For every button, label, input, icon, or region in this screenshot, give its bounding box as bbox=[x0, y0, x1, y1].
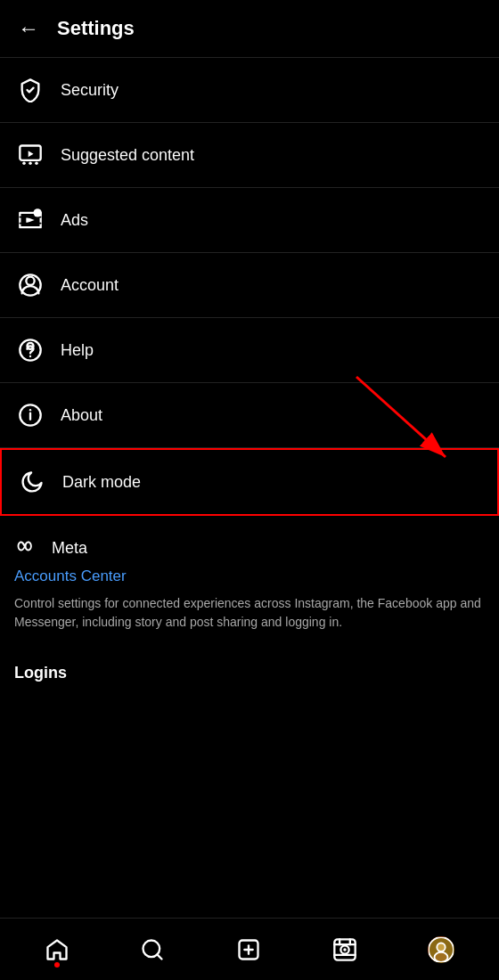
back-button[interactable]: ← bbox=[14, 14, 43, 43]
menu-item-about[interactable]: About bbox=[0, 383, 499, 447]
dark-mode-icon bbox=[16, 466, 48, 498]
svg-point-6 bbox=[26, 277, 34, 285]
menu-label-security: Security bbox=[61, 81, 119, 100]
nav-search[interactable] bbox=[126, 930, 179, 969]
menu-item-dark-mode[interactable]: Dark mode bbox=[0, 448, 499, 516]
avatar bbox=[428, 936, 454, 963]
nav-create[interactable] bbox=[222, 930, 275, 969]
svg-point-29 bbox=[438, 943, 446, 951]
account-icon bbox=[14, 269, 46, 301]
home-icon bbox=[45, 937, 70, 962]
search-icon bbox=[140, 937, 165, 962]
menu-label-help: Help bbox=[61, 341, 94, 360]
meta-brand-text: Meta bbox=[52, 539, 87, 558]
menu-label-ads: Ads bbox=[61, 211, 88, 230]
svg-point-3 bbox=[35, 162, 38, 166]
meta-logo-icon bbox=[14, 537, 46, 559]
meta-section: Meta Accounts Center Control settings fo… bbox=[0, 516, 499, 646]
accounts-center-link[interactable]: Accounts Center bbox=[14, 568, 485, 585]
help-icon bbox=[14, 334, 46, 366]
about-icon bbox=[14, 399, 46, 431]
menu-item-security[interactable]: Security bbox=[0, 58, 499, 122]
svg-point-13 bbox=[29, 409, 31, 411]
dark-mode-wrapper: Dark mode bbox=[0, 448, 499, 516]
svg-point-10 bbox=[29, 355, 31, 357]
home-notification-dot bbox=[54, 962, 60, 968]
menu-label-dark-mode: Dark mode bbox=[62, 473, 141, 492]
header: ← Settings bbox=[0, 0, 499, 58]
meta-logo: Meta bbox=[14, 537, 485, 559]
menu-label-account: Account bbox=[61, 276, 119, 295]
menu-item-ads[interactable]: ! Ads bbox=[0, 188, 499, 252]
ads-icon: ! bbox=[14, 204, 46, 236]
svg-text:!: ! bbox=[37, 210, 38, 216]
svg-point-2 bbox=[29, 162, 32, 166]
shield-check-icon bbox=[14, 74, 46, 106]
nav-reels[interactable] bbox=[318, 930, 372, 969]
menu-item-account[interactable]: Account bbox=[0, 253, 499, 317]
logins-title: Logins bbox=[14, 664, 67, 682]
page-title: Settings bbox=[57, 17, 135, 40]
svg-point-30 bbox=[435, 951, 448, 961]
create-icon bbox=[236, 937, 261, 962]
menu-item-suggested-content[interactable]: Suggested content bbox=[0, 123, 499, 187]
settings-menu: Security Suggested content ! bbox=[0, 58, 499, 516]
menu-item-help[interactable]: Help bbox=[0, 318, 499, 382]
svg-point-1 bbox=[22, 162, 26, 166]
menu-label-about: About bbox=[61, 406, 102, 425]
nav-home[interactable] bbox=[30, 930, 84, 969]
svg-line-17 bbox=[158, 954, 162, 959]
suggested-content-icon bbox=[14, 139, 46, 171]
svg-point-23 bbox=[343, 948, 347, 951]
menu-label-suggested-content: Suggested content bbox=[61, 146, 194, 165]
meta-description: Control settings for connected experienc… bbox=[14, 594, 485, 632]
reels-icon bbox=[332, 937, 357, 962]
nav-profile[interactable] bbox=[413, 929, 469, 970]
bottom-nav bbox=[0, 918, 499, 980]
logins-section: Logins bbox=[0, 646, 499, 690]
